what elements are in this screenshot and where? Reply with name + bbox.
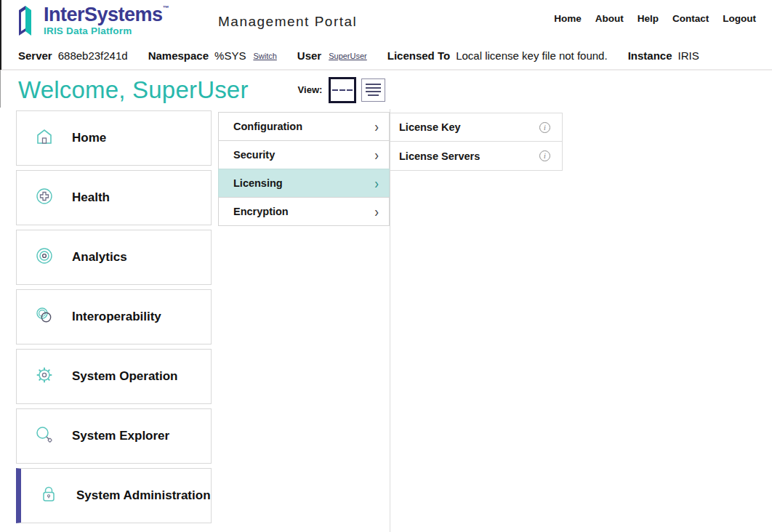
nav-help-link[interactable]: Help — [638, 13, 659, 24]
submenu-item-label: Security — [233, 149, 275, 161]
submenu-item-label: Encryption — [233, 206, 289, 217]
nav-about-link[interactable]: About — [595, 13, 624, 24]
logo-trademark: ™ — [163, 4, 169, 12]
menu-area: Home Health — [0, 109, 772, 532]
sidebar-item-system-administration[interactable]: System Administration — [16, 468, 212, 523]
submenu: Configuration › Security › Licensing › E… — [218, 113, 390, 226]
intersystems-logo-icon — [16, 5, 38, 40]
sidebar-item-interoperability[interactable]: Interoperability — [16, 289, 212, 344]
user-label: User — [297, 49, 321, 62]
instance-value: IRIS — [677, 49, 699, 62]
sidebar-item-label: Health — [72, 190, 110, 205]
interoperability-icon — [34, 305, 55, 329]
server-label: Server — [18, 49, 52, 62]
licensed-to-label: Licensed To — [387, 49, 450, 62]
logo-brand: InterSystems — [44, 4, 163, 25]
column-divider — [390, 109, 390, 532]
management-portal-page: InterSystems™ IRIS Data Platform Managem… — [0, 0, 772, 532]
sidebar-item-label: Home — [72, 131, 106, 145]
sidebar-item-system-operation[interactable]: System Operation — [16, 349, 212, 404]
lock-icon — [39, 484, 59, 507]
welcome-row: Welcome, SuperUser View: — [0, 70, 772, 109]
magnifier-icon — [34, 424, 55, 448]
info-icon[interactable]: i — [539, 122, 550, 133]
submenu-item-label: Licensing — [233, 177, 283, 189]
server-value: 688eb23f241d — [58, 49, 128, 62]
list-view-icon[interactable] — [361, 78, 385, 102]
intersystems-logo: InterSystems™ IRIS Data Platform — [16, 5, 169, 40]
user-profile-link[interactable]: SuperUser — [329, 52, 367, 60]
licensed-to-value: Local license key file not found. — [456, 49, 607, 62]
namespace-label: Namespace — [148, 49, 209, 62]
health-icon — [34, 186, 55, 209]
detail-item-license-key[interactable]: License Key i — [390, 113, 562, 142]
view-switcher: View: — [298, 77, 386, 103]
window-edge — [0, 70, 1, 108]
view-label: View: — [298, 84, 323, 95]
welcome-heading: Welcome, SuperUser — [18, 76, 249, 104]
instance-label: Instance — [628, 49, 672, 62]
sidebar: Home Health — [16, 110, 212, 528]
detail-item-license-servers[interactable]: License Servers i — [390, 142, 562, 171]
sidebar-item-label: System Operation — [72, 369, 178, 384]
detail-item-label: License Key — [399, 121, 461, 133]
submenu-item-encryption[interactable]: Encryption › — [218, 197, 390, 226]
sidebar-item-label: System Explorer — [72, 429, 169, 443]
page-title: Management Portal — [218, 14, 357, 30]
detail-menu: License Key i License Servers i — [390, 113, 563, 171]
home-icon — [34, 126, 55, 150]
sidebar-item-health[interactable]: Health — [16, 170, 212, 225]
chevron-right-icon: › — [374, 119, 379, 134]
chevron-right-icon: › — [374, 176, 379, 190]
namespace-value: %SYS — [214, 49, 246, 62]
server-info-bar: Server 688eb23f241d Namespace %SYS Switc… — [0, 42, 772, 69]
submenu-item-licensing[interactable]: Licensing › — [218, 169, 390, 198]
submenu-item-configuration[interactable]: Configuration › — [218, 112, 390, 141]
sidebar-item-home[interactable]: Home — [16, 110, 212, 166]
sidebar-item-label: System Administration — [76, 488, 211, 503]
top-nav: Home About Help Contact Logout — [554, 13, 756, 24]
logo-subtitle: IRIS Data Platform — [44, 26, 169, 36]
chevron-right-icon: › — [374, 148, 379, 162]
chevron-right-icon: › — [374, 204, 379, 219]
nav-home-link[interactable]: Home — [554, 13, 582, 24]
sidebar-item-system-explorer[interactable]: System Explorer — [16, 408, 212, 464]
header: InterSystems™ IRIS Data Platform Managem… — [0, 0, 772, 42]
switch-namespace-link[interactable]: Switch — [253, 52, 276, 60]
sidebar-item-label: Analytics — [72, 250, 127, 265]
submenu-item-label: Configuration — [233, 121, 302, 132]
submenu-item-security[interactable]: Security › — [218, 140, 390, 169]
logo-text: InterSystems™ IRIS Data Platform — [44, 5, 169, 36]
detail-item-label: License Servers — [399, 150, 480, 162]
nav-contact-link[interactable]: Contact — [672, 13, 709, 24]
columns-view-icon[interactable] — [329, 77, 356, 103]
sidebar-item-analytics[interactable]: Analytics — [16, 230, 212, 285]
info-icon[interactable]: i — [539, 150, 550, 161]
sidebar-item-label: Interoperability — [72, 310, 161, 324]
nav-logout-link[interactable]: Logout — [723, 13, 756, 24]
gear-icon — [34, 365, 55, 388]
analytics-icon — [34, 246, 55, 269]
